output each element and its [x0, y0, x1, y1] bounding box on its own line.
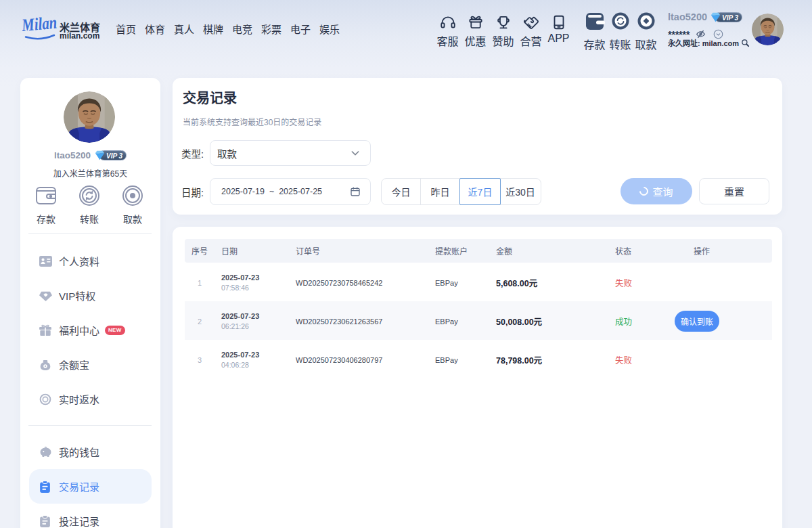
svg-text:milan.com: milan.com [60, 31, 99, 41]
svg-text:Milan: Milan [22, 13, 58, 35]
